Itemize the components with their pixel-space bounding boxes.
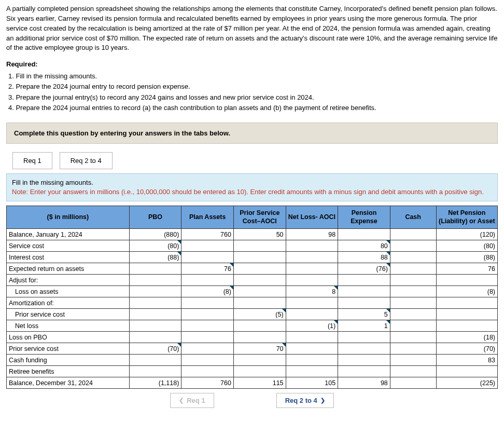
row-label: Amortization of:: [7, 297, 130, 309]
cell-c2: [181, 355, 234, 366]
row-label: Interest cost: [7, 252, 130, 263]
col-header-plan-assets: Plan Assets: [181, 206, 234, 229]
cell-c5[interactable]: 80: [338, 240, 390, 252]
cell-c2: [181, 275, 234, 286]
table-row: Balance, December 31, 2024(1,118)7601151…: [7, 377, 498, 389]
cell-c7: (8): [436, 286, 497, 297]
cell-c4: [286, 252, 338, 263]
cell-c6: [390, 240, 436, 252]
cell-c3: [233, 355, 286, 366]
cell-c5: [338, 332, 390, 343]
row-label: Balance, December 31, 2024: [7, 377, 130, 389]
cell-c2[interactable]: 76: [181, 263, 234, 275]
cell-c4: [286, 240, 338, 252]
cell-c7: (88): [436, 252, 497, 263]
table-row: Amortization of:: [7, 297, 498, 309]
cell-c7: 83: [436, 355, 497, 366]
cell-c5: 98: [338, 377, 390, 389]
prev-tab-button[interactable]: ❮ Req 1: [170, 393, 214, 408]
cell-c1: [129, 297, 181, 309]
requirement-item: 1. Fill in the missing amounts.: [8, 71, 498, 81]
cell-c6: [390, 286, 436, 297]
cell-c3: [233, 252, 286, 263]
cell-c6: [390, 355, 436, 366]
row-label: Prior service cost: [7, 309, 130, 320]
cell-c5[interactable]: 1: [338, 320, 390, 332]
cell-c6: [390, 297, 436, 309]
cell-c1: [129, 366, 181, 377]
cell-c4[interactable]: (1): [286, 320, 338, 332]
row-label: Expected return on assets: [7, 263, 130, 275]
requirement-item: 3. Prepare the journal entry(s) to recor…: [8, 92, 498, 103]
cell-c7: [436, 320, 497, 332]
cell-c1: [129, 263, 181, 275]
cell-c1: [129, 320, 181, 332]
cell-c2: [181, 320, 234, 332]
cell-c1: [129, 275, 181, 286]
cell-c4: 105: [286, 377, 338, 389]
cell-c3: [233, 263, 286, 275]
cell-c5: [338, 366, 390, 377]
cell-c5[interactable]: 5: [338, 309, 390, 320]
requirement-item: 2. Prepare the 2024 journal entry to rec…: [8, 81, 498, 92]
cell-c7: (225): [436, 377, 497, 389]
cell-c7: (80): [436, 240, 497, 252]
note-line1: Fill in the missing amounts.: [12, 179, 93, 186]
cell-c6: [390, 332, 436, 343]
requirements-list: 1. Fill in the missing amounts. 2. Prepa…: [6, 71, 498, 113]
cell-c5: [338, 286, 390, 297]
cell-c5: [338, 355, 390, 366]
row-label: Cash funding: [7, 355, 130, 366]
tab-req-1[interactable]: Req 1: [12, 152, 52, 169]
table-row: Adjust for:: [7, 275, 498, 286]
prev-tab-label: Req 1: [187, 397, 205, 404]
instruction-bar: Complete this question by entering your …: [6, 122, 498, 144]
cell-c4: [286, 343, 338, 355]
col-header-cash: Cash: [390, 206, 436, 229]
cell-c3[interactable]: (5): [233, 309, 286, 320]
cell-c1: (880): [129, 229, 181, 240]
cell-c3: [233, 286, 286, 297]
cell-c1[interactable]: (88): [129, 252, 181, 263]
cell-c5[interactable]: 88: [338, 252, 390, 263]
tabs-row: Req 1 Req 2 to 4: [12, 152, 498, 169]
cell-c4: [286, 263, 338, 275]
row-label: Net loss: [7, 320, 130, 332]
table-row: Interest cost(88)88(88): [7, 252, 498, 263]
cell-c6: [390, 275, 436, 286]
row-label: Balance, January 1, 2024: [7, 229, 130, 240]
cell-c6: [390, 309, 436, 320]
cell-c4: [286, 309, 338, 320]
cell-c7: [436, 297, 497, 309]
table-row: Retiree benefits: [7, 366, 498, 377]
nav-buttons: ❮ Req 1 Req 2 to 4 ❯: [6, 393, 498, 408]
cell-c1[interactable]: (70): [129, 343, 181, 355]
col-header-pension-expense: Pension Expense: [338, 206, 390, 229]
cell-c1[interactable]: (80): [129, 240, 181, 252]
requirement-item: 4. Prepare the 2024 journal entries to r…: [8, 103, 498, 113]
cell-c3: [233, 297, 286, 309]
cell-c5[interactable]: (76): [338, 263, 390, 275]
cell-c2: [181, 252, 234, 263]
cell-c3[interactable]: 70: [233, 343, 286, 355]
cell-c2: [181, 366, 234, 377]
cell-c6: [390, 343, 436, 355]
cell-c2[interactable]: (8): [181, 286, 234, 297]
tab-req-2-to-4[interactable]: Req 2 to 4: [60, 152, 113, 169]
row-label: Retiree benefits: [7, 366, 130, 377]
cell-c3: [233, 275, 286, 286]
cell-c7: [436, 275, 497, 286]
cell-c4[interactable]: 8: [286, 286, 338, 297]
cell-c5: [338, 229, 390, 240]
pension-spreadsheet: ($ in millions) PBO Plan Assets Prior Se…: [6, 206, 498, 389]
cell-c7: (18): [436, 332, 497, 343]
cell-c5: [338, 275, 390, 286]
table-row: Prior service cost(5)5: [7, 309, 498, 320]
required-label: Required:: [6, 60, 498, 68]
cell-c2: [181, 343, 234, 355]
table-row: Net loss(1)1: [7, 320, 498, 332]
row-label: Prior service cost: [7, 343, 130, 355]
next-tab-button[interactable]: Req 2 to 4 ❯: [276, 393, 334, 408]
cell-c7: [436, 366, 497, 377]
table-row: Cash funding83: [7, 355, 498, 366]
